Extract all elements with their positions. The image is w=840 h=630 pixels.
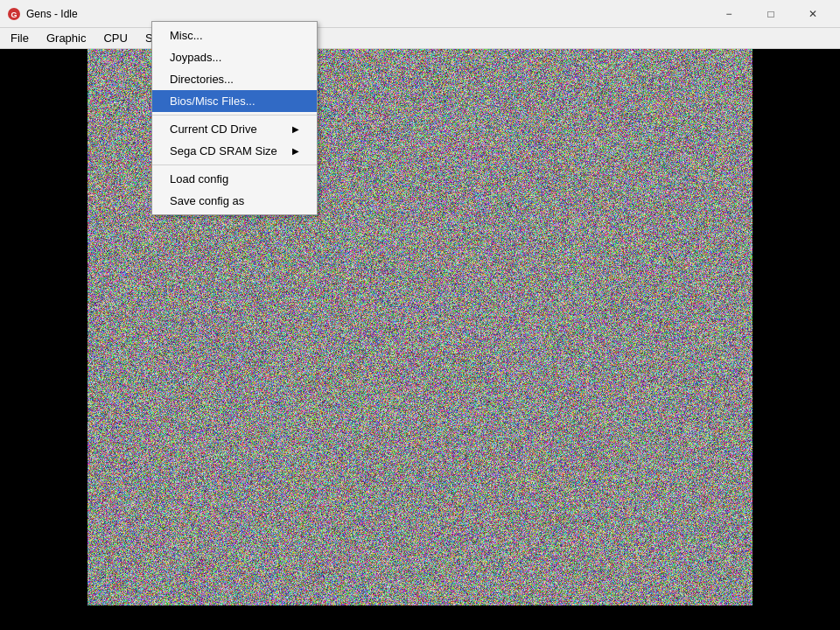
minimize-button[interactable]: − — [709, 1, 749, 27]
dropdown-current-cd[interactable]: Current CD Drive ▶ — [152, 118, 317, 140]
dropdown-directories[interactable]: Directories... — [152, 68, 317, 90]
main-content — [0, 49, 840, 630]
window-title: Gens - Idle — [26, 8, 78, 20]
black-border-left — [0, 49, 88, 630]
menu-bar: File Graphic CPU Sound Option Help — [0, 28, 840, 49]
black-border-right — [752, 49, 840, 630]
maximize-button[interactable]: □ — [751, 1, 791, 27]
submenu-arrow-current-cd: ▶ — [292, 124, 299, 134]
dropdown-current-cd-label: Current CD Drive — [170, 122, 257, 136]
menu-cpu[interactable]: CPU — [94, 28, 136, 48]
title-bar-left: G Gens - Idle — [7, 7, 78, 21]
menu-file[interactable]: File — [2, 28, 38, 48]
close-button[interactable]: ✕ — [793, 1, 833, 27]
dropdown-save-config[interactable]: Save config as — [152, 190, 317, 212]
submenu-arrow-sega-cd: ▶ — [292, 146, 299, 156]
dropdown-bios-misc[interactable]: Bios/Misc Files... — [152, 90, 317, 112]
svg-text:G: G — [10, 10, 17, 19]
dropdown-joypads[interactable]: Joypads... — [152, 46, 317, 68]
dropdown-sega-cd-sram[interactable]: Sega CD SRAM Size ▶ — [152, 140, 317, 162]
menu-graphic[interactable]: Graphic — [38, 28, 95, 48]
dropdown-misc[interactable]: Misc... — [152, 24, 317, 46]
dropdown-separator-1 — [152, 115, 317, 116]
dropdown-separator-2 — [152, 164, 317, 165]
title-bar-controls: − □ ✕ — [709, 1, 833, 27]
app-icon: G — [7, 7, 21, 21]
dropdown-load-config[interactable]: Load config — [152, 168, 317, 190]
title-bar: G Gens - Idle − □ ✕ — [0, 0, 840, 28]
dropdown-sega-cd-sram-label: Sega CD SRAM Size — [170, 144, 277, 158]
option-dropdown: Misc... Joypads... Directories... Bios/M… — [151, 21, 318, 215]
black-border-bottom — [0, 606, 840, 630]
